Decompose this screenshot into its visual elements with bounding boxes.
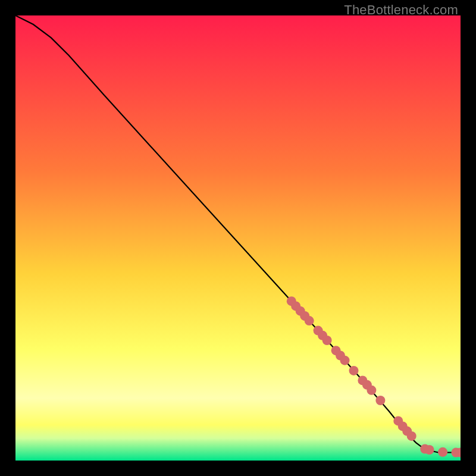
gradient-bg — [15, 15, 461, 461]
data-marker — [407, 431, 416, 441]
watermark-text: TheBottleneck.com — [344, 2, 458, 18]
data-marker — [322, 336, 332, 345]
data-marker — [305, 316, 314, 325]
data-marker — [375, 396, 385, 405]
data-marker — [425, 445, 434, 455]
data-marker — [349, 366, 359, 375]
gradient-chart — [15, 15, 461, 461]
data-marker — [367, 386, 376, 395]
data-marker — [340, 356, 350, 365]
data-marker — [438, 447, 447, 457]
plot-area — [15, 15, 461, 461]
